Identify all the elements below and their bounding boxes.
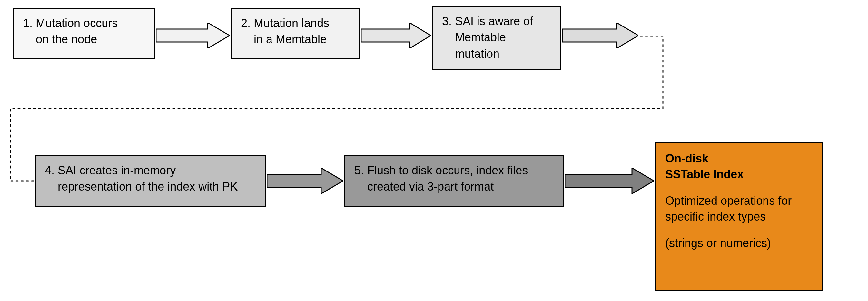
final-box: On-disk SSTable Index Optimized operatio… <box>655 142 823 291</box>
diagram-canvas: 1. Mutation occurs on the node 2. Mutati… <box>0 0 868 301</box>
final-title: On-disk SSTable Index <box>665 151 813 182</box>
svg-marker-4 <box>565 168 654 194</box>
step-1-text: 1. Mutation occurs on the node <box>23 17 118 46</box>
svg-marker-1 <box>361 23 431 49</box>
step-5-text: 5. Flush to disk occurs, index files cre… <box>354 164 528 193</box>
step-3-box: 3. SAI is aware of Memtable mutation <box>432 6 561 71</box>
arrow-5-to-final <box>565 168 654 194</box>
svg-marker-0 <box>156 23 229 49</box>
final-body-1: Optimized operations for specific index … <box>665 193 813 224</box>
arrow-4-to-5 <box>267 168 343 194</box>
step-1-box: 1. Mutation occurs on the node <box>13 8 155 59</box>
step-2-text: 2. Mutation lands in a Memtable <box>241 17 329 46</box>
svg-marker-2 <box>562 23 639 49</box>
arrow-2-to-3 <box>361 23 431 49</box>
arrow-1-to-2 <box>156 23 229 49</box>
final-body-2: (strings or numerics) <box>665 236 813 251</box>
step-5-box: 5. Flush to disk occurs, index files cre… <box>344 155 564 207</box>
step-3-text: 3. SAI is aware of Memtable mutation <box>442 15 533 60</box>
arrow-3-out <box>562 23 639 49</box>
step-2-box: 2. Mutation lands in a Memtable <box>231 8 360 59</box>
step-4-box: 4. SAI creates in-memory representation … <box>35 155 266 207</box>
svg-marker-3 <box>267 168 343 194</box>
step-4-text: 4. SAI creates in-memory representation … <box>45 164 238 193</box>
